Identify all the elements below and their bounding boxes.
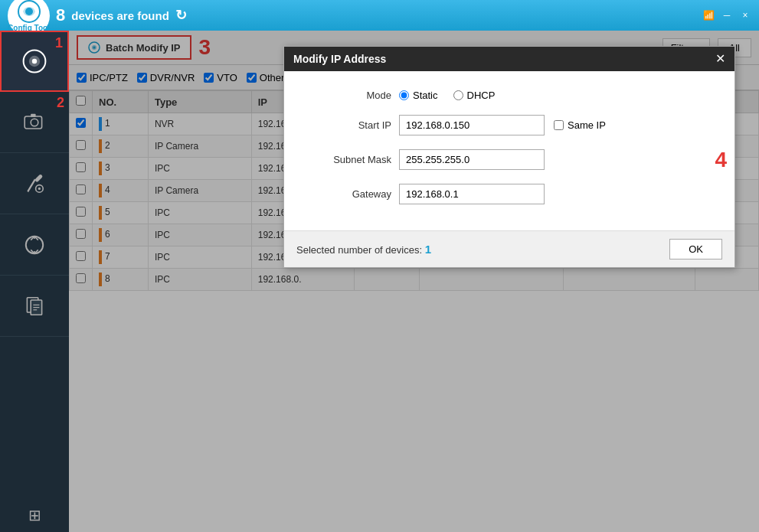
dhcp-radio-label[interactable]: DHCP bbox=[453, 90, 496, 101]
subnet-mask-input[interactable] bbox=[399, 149, 545, 170]
selected-devices-label: Selected number of devices: bbox=[296, 244, 422, 256]
close-button[interactable]: × bbox=[738, 8, 753, 23]
mode-label: Mode bbox=[315, 90, 391, 101]
sidebar-item-docs[interactable] bbox=[0, 276, 69, 337]
svg-rect-8 bbox=[34, 174, 43, 182]
step1-num: 1 bbox=[55, 35, 63, 51]
gateway-controls bbox=[399, 184, 704, 204]
gateway-row: Gateway bbox=[315, 184, 704, 204]
step2-num: 2 bbox=[57, 95, 64, 111]
tools-icon bbox=[22, 171, 47, 196]
sidebar: 1 2 bbox=[0, 31, 69, 532]
same-ip-label[interactable]: Same IP bbox=[554, 119, 606, 131]
svg-point-6 bbox=[31, 119, 38, 126]
mode-row: Mode Static DHCP bbox=[315, 90, 704, 101]
static-label: Static bbox=[413, 90, 438, 101]
device-count: 8 bbox=[56, 5, 65, 25]
update-icon bbox=[22, 233, 47, 257]
step4-num: 4 bbox=[715, 148, 727, 172]
modify-ip-modal: Modify IP Address ✕ Mode Static DHCP bbox=[283, 46, 735, 268]
svg-point-1 bbox=[25, 8, 33, 15]
modal-body: Mode Static DHCP Start IP bbox=[284, 71, 734, 230]
sidebar-item-ip[interactable]: 1 bbox=[0, 31, 69, 92]
signal-icon: 📶 bbox=[701, 8, 716, 23]
svg-rect-5 bbox=[25, 116, 41, 129]
title-area: 8 devices are found ↻ bbox=[56, 5, 187, 25]
dhcp-radio[interactable] bbox=[453, 90, 463, 100]
refresh-icon[interactable]: ↻ bbox=[175, 7, 187, 24]
static-radio[interactable] bbox=[399, 90, 409, 100]
grid-icon[interactable]: ⊞ bbox=[28, 506, 41, 524]
dhcp-label: DHCP bbox=[467, 90, 496, 101]
svg-rect-7 bbox=[31, 113, 35, 116]
title-text: devices are found bbox=[71, 9, 169, 22]
svg-point-10 bbox=[38, 187, 41, 189]
sidebar-bottom: ⊞ bbox=[21, 498, 49, 532]
start-ip-controls: Same IP bbox=[399, 115, 704, 135]
same-ip-text: Same IP bbox=[568, 119, 606, 131]
same-ip-checkbox[interactable] bbox=[554, 120, 564, 130]
minimize-button[interactable]: ─ bbox=[719, 8, 734, 23]
svg-point-11 bbox=[26, 236, 43, 253]
subnet-mask-row: Subnet Mask 4 bbox=[315, 149, 704, 170]
gateway-label: Gateway bbox=[315, 188, 391, 200]
svg-point-4 bbox=[32, 59, 37, 64]
subnet-mask-label: Subnet Mask bbox=[315, 154, 391, 165]
modal-title: Modify IP Address bbox=[293, 53, 386, 65]
sidebar-item-camera[interactable]: 2 bbox=[0, 92, 69, 153]
gateway-input[interactable] bbox=[399, 184, 545, 204]
start-ip-input[interactable] bbox=[399, 115, 545, 135]
ok-label: OK bbox=[689, 243, 703, 255]
modal-footer: Selected number of devices: 1 OK bbox=[284, 230, 734, 267]
ip-icon bbox=[22, 49, 47, 73]
sidebar-item-tools[interactable] bbox=[0, 153, 69, 214]
static-radio-label[interactable]: Static bbox=[399, 90, 438, 101]
modal-header: Modify IP Address ✕ bbox=[284, 47, 734, 71]
ok-button[interactable]: OK bbox=[669, 239, 722, 259]
modal-overlay: Modify IP Address ✕ Mode Static DHCP bbox=[69, 31, 759, 532]
sidebar-item-update[interactable] bbox=[0, 214, 69, 276]
subnet-mask-controls bbox=[399, 149, 704, 170]
start-ip-row: Start IP Same IP bbox=[315, 115, 704, 135]
selected-count: 1 bbox=[425, 243, 431, 256]
docs-icon bbox=[22, 294, 47, 318]
camera-icon bbox=[22, 110, 47, 135]
titlebar: Config Tool 8 devices are found ↻ 📶 ─ × bbox=[0, 0, 759, 31]
mode-controls: Static DHCP bbox=[399, 90, 704, 101]
footer-left: Selected number of devices: 1 bbox=[296, 243, 431, 256]
modal-close-button[interactable]: ✕ bbox=[715, 53, 725, 65]
window-controls: 📶 ─ × bbox=[701, 0, 753, 31]
start-ip-label: Start IP bbox=[315, 119, 391, 131]
